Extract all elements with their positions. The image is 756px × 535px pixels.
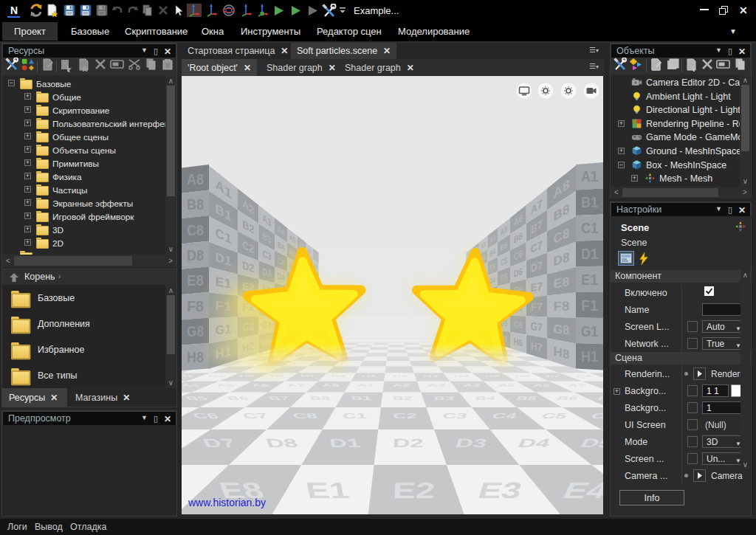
svg-text:H1: H1	[581, 348, 598, 365]
svg-text:C8: C8	[291, 411, 319, 420]
svg-text:D1: D1	[581, 246, 598, 262]
svg-text:E2: E2	[392, 478, 436, 503]
svg-text:E8: E8	[554, 274, 570, 291]
svg-text:C8: C8	[187, 222, 204, 238]
svg-text:F8: F8	[554, 298, 570, 314]
svg-text:G6: G6	[514, 319, 523, 331]
svg-text:B3: B3	[433, 396, 456, 401]
svg-text:A5: A5	[497, 383, 516, 387]
svg-text:A6: A6	[532, 384, 552, 387]
svg-text:G8: G8	[554, 321, 570, 337]
svg-text:A1: A1	[357, 383, 375, 387]
svg-text:C2: C2	[393, 412, 418, 420]
svg-text:B6: B6	[226, 395, 250, 401]
svg-text:C7: C7	[241, 412, 269, 420]
svg-text:C3: C3	[441, 412, 469, 420]
svg-text:A7: A7	[286, 383, 305, 387]
svg-text:A8: A8	[187, 171, 204, 187]
svg-text:G1: G1	[581, 323, 598, 339]
svg-text:B8: B8	[309, 395, 331, 401]
svg-text:D8: D8	[187, 247, 204, 263]
svg-text:E1: E1	[581, 272, 598, 288]
svg-text:A7: A7	[567, 384, 587, 387]
svg-text:G7: G7	[531, 320, 543, 334]
svg-text:E1: E1	[216, 274, 232, 291]
svg-text:A8: A8	[321, 383, 340, 387]
svg-text:F1: F1	[581, 297, 598, 314]
svg-text:B7: B7	[267, 395, 291, 401]
svg-text:D3: D3	[454, 436, 489, 450]
svg-text:E3: E3	[475, 477, 525, 503]
svg-text:B2: B2	[393, 396, 413, 401]
svg-text:A1: A1	[581, 168, 598, 184]
svg-text:A6: A6	[250, 383, 270, 387]
svg-text:D8: D8	[264, 437, 300, 450]
svg-text:E1: E1	[304, 477, 351, 503]
svg-text:H8: H8	[187, 349, 204, 365]
svg-text:A4: A4	[462, 383, 481, 387]
svg-text:C1: C1	[581, 220, 598, 236]
svg-text:D2: D2	[392, 436, 424, 449]
svg-text:C4: C4	[490, 412, 518, 420]
svg-text:B8: B8	[187, 196, 204, 213]
svg-text:F8: F8	[187, 298, 204, 314]
svg-text:B1: B1	[581, 194, 598, 210]
svg-text:C5: C5	[540, 412, 569, 420]
svg-text:E8: E8	[187, 272, 204, 289]
svg-text:A2: A2	[393, 383, 410, 387]
svg-text:C1: C1	[342, 412, 368, 420]
svg-text:D1: D1	[329, 436, 362, 449]
svg-text:B1: B1	[351, 396, 372, 401]
svg-text:G8: G8	[187, 323, 204, 339]
svg-text:H6: H6	[514, 336, 523, 349]
svg-text:A3: A3	[427, 383, 446, 387]
